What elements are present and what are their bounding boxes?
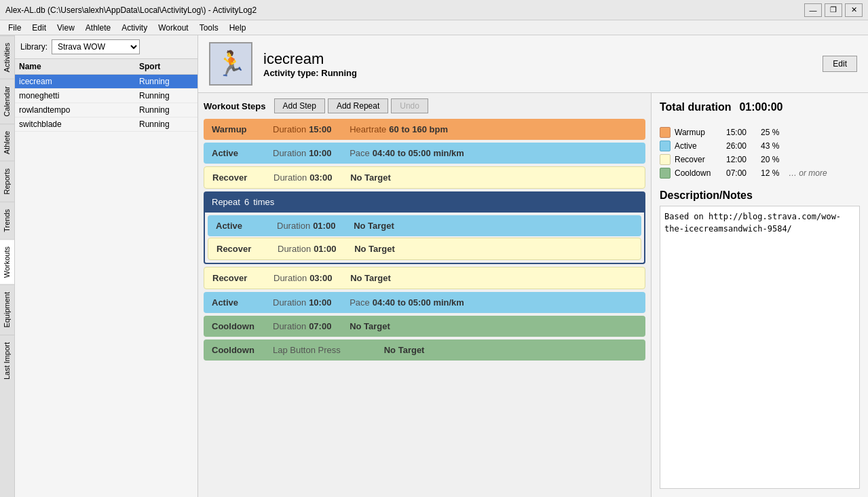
minimize-button[interactable]: — bbox=[804, 3, 822, 17]
undo-button[interactable]: Undo bbox=[391, 98, 428, 113]
side-tab-equipment[interactable]: Equipment bbox=[0, 284, 14, 335]
workout-title: icecream bbox=[263, 50, 812, 68]
library-select[interactable]: Strava WOW bbox=[52, 39, 140, 54]
description-title: Description/Notes bbox=[660, 189, 860, 202]
workout-type: Activity type: Running bbox=[263, 68, 812, 78]
table-row[interactable]: rowlandtempo Running bbox=[15, 103, 197, 117]
target-value: No Target bbox=[350, 273, 391, 283]
menu-item-view[interactable]: View bbox=[52, 22, 80, 34]
title-bar: Alex-AL.db (C:\Users\alexh\AppData\Local… bbox=[0, 0, 868, 20]
repeat-header[interactable]: Repeat 6 times bbox=[204, 191, 645, 213]
legend-warmup: Warmup 15:00 25 % bbox=[660, 127, 860, 138]
menu-item-tools[interactable]: Tools bbox=[194, 22, 224, 34]
table-row[interactable]: switchblade Running bbox=[15, 117, 197, 132]
side-tab-calendar[interactable]: Calendar bbox=[0, 79, 14, 124]
step-cooldown-lap[interactable]: Cooldown Lap Button Press No Target bbox=[204, 339, 645, 361]
menu-item-activity[interactable]: Activity bbox=[116, 22, 153, 34]
repeat-count: 6 bbox=[244, 197, 249, 207]
target-value: No Target bbox=[384, 345, 425, 355]
duration-value: 01:00 bbox=[313, 221, 354, 231]
duration-value: 15:00 bbox=[309, 124, 350, 134]
legend-time-active: 26:00 bbox=[726, 141, 757, 151]
repeat-label: Repeat bbox=[212, 197, 240, 207]
workout-name: moneghetti bbox=[19, 91, 139, 100]
legend-time-warmup: 15:00 bbox=[726, 128, 757, 137]
workout-table: Name Sport icecream Running moneghetti R… bbox=[15, 59, 197, 497]
legend-swatch-active bbox=[660, 141, 671, 151]
workout-name: switchblade bbox=[19, 119, 139, 129]
duration-label: Duration bbox=[273, 172, 307, 183]
edit-button[interactable]: Edit bbox=[823, 56, 857, 72]
duration-value: 01:00 bbox=[314, 244, 354, 254]
menu-item-edit[interactable]: Edit bbox=[26, 22, 52, 34]
right-panel: Total duration 01:00:00 Warmup 15:00 25 … bbox=[651, 93, 868, 497]
target-label: Heartrate bbox=[350, 124, 386, 134]
duration-label: Duration bbox=[273, 297, 306, 308]
workout-icon: 🏃 bbox=[209, 42, 252, 86]
repeat-block: Repeat 6 times Active Duration 01:00 No … bbox=[204, 191, 645, 264]
step-active[interactable]: Active Duration 10:00 Pace 04:40 to 05:0… bbox=[204, 143, 645, 164]
step-active-2[interactable]: Active Duration 10:00 Pace 04:40 to 05:0… bbox=[204, 292, 645, 313]
side-tab-activities[interactable]: Activities bbox=[0, 35, 14, 79]
side-tab-workouts[interactable]: Workouts bbox=[0, 239, 14, 284]
step-warmup[interactable]: Warmup Duration 15:00 Heartrate 60 to 16… bbox=[204, 119, 645, 140]
add-repeat-button[interactable]: Add Repeat bbox=[328, 98, 388, 113]
repeat-times-label: times bbox=[253, 197, 274, 207]
step-name: Cooldown bbox=[212, 321, 273, 331]
legend-active: Active 26:00 43 % bbox=[660, 141, 860, 151]
side-tab-trends[interactable]: Trends bbox=[0, 202, 14, 239]
legend-pct-warmup: 25 % bbox=[761, 128, 785, 137]
summary-section: Total duration 01:00:00 Warmup 15:00 25 … bbox=[660, 101, 860, 181]
step-name: Recover bbox=[212, 172, 273, 183]
menu-item-athlete[interactable]: Athlete bbox=[80, 22, 116, 34]
step-name: Cooldown bbox=[212, 345, 273, 355]
table-header: Name Sport bbox=[15, 59, 197, 75]
step-recover[interactable]: Recover Duration 03:00 No Target bbox=[204, 166, 645, 189]
legend-name-cooldown: Cooldown bbox=[675, 168, 722, 178]
total-duration-value: 01:00:00 bbox=[739, 101, 782, 113]
duration-label: Duration bbox=[273, 273, 307, 283]
workout-name: rowlandtempo bbox=[19, 105, 139, 115]
duration-value: 10:00 bbox=[309, 148, 350, 158]
menu-bar: FileEditViewAthleteActivityWorkoutToolsH… bbox=[0, 20, 868, 35]
side-tab-reports[interactable]: Reports bbox=[0, 161, 14, 202]
legend-cooldown: Cooldown 07:00 12 % … or more bbox=[660, 168, 860, 179]
step-recover-inner[interactable]: Recover Duration 01:00 No Target bbox=[208, 238, 641, 260]
workout-sport: Running bbox=[139, 77, 193, 86]
legend-pct-recover: 20 % bbox=[761, 155, 785, 164]
description-text[interactable]: Based on http://blog.strava.com/wow-the-… bbox=[660, 206, 860, 489]
workout-sport: Running bbox=[139, 91, 193, 100]
col-header-name: Name bbox=[19, 62, 139, 71]
activity-type-label: Activity type: bbox=[263, 68, 319, 78]
add-step-button[interactable]: Add Step bbox=[274, 98, 325, 113]
step-recover-2[interactable]: Recover Duration 03:00 No Target bbox=[204, 267, 645, 289]
duration-label: Duration bbox=[277, 221, 310, 231]
side-tab-last-import[interactable]: Last Import bbox=[0, 335, 14, 386]
target-value: No Target bbox=[354, 221, 394, 231]
menu-item-file[interactable]: File bbox=[3, 22, 26, 34]
close-button[interactable]: ✕ bbox=[845, 3, 863, 17]
table-row[interactable]: moneghetti Running bbox=[15, 89, 197, 103]
legend-pct-active: 43 % bbox=[761, 141, 785, 151]
step-active-inner[interactable]: Active Duration 01:00 No Target bbox=[208, 215, 641, 236]
menu-item-workout[interactable]: Workout bbox=[153, 22, 193, 34]
step-name: Recover bbox=[212, 273, 273, 283]
menu-item-help[interactable]: Help bbox=[224, 22, 252, 34]
side-tab-athlete[interactable]: Athlete bbox=[0, 124, 14, 161]
workout-info: icecream Activity type: Running bbox=[263, 50, 812, 78]
step-cooldown[interactable]: Cooldown Duration 07:00 No Target bbox=[204, 316, 645, 337]
legend-swatch-warmup bbox=[660, 127, 671, 138]
target-value: 60 to 160 bpm bbox=[389, 124, 448, 134]
duration-label: Duration bbox=[273, 148, 306, 158]
steps-area: Workout Steps Add Step Add Repeat Undo W… bbox=[198, 93, 868, 497]
target-label: Pace bbox=[350, 148, 370, 158]
target-value: 04:40 to 05:00 min/km bbox=[373, 148, 464, 158]
steps-toolbar: Workout Steps Add Step Add Repeat Undo bbox=[204, 98, 645, 113]
workout-name: icecream bbox=[19, 77, 139, 86]
table-row[interactable]: icecream Running bbox=[15, 75, 197, 89]
workout-sport: Running bbox=[139, 119, 193, 129]
step-name: Active bbox=[216, 221, 277, 231]
restore-button[interactable]: ❐ bbox=[825, 3, 842, 17]
steps-panel: Workout Steps Add Step Add Repeat Undo W… bbox=[198, 93, 651, 497]
step-name: Active bbox=[212, 148, 273, 158]
